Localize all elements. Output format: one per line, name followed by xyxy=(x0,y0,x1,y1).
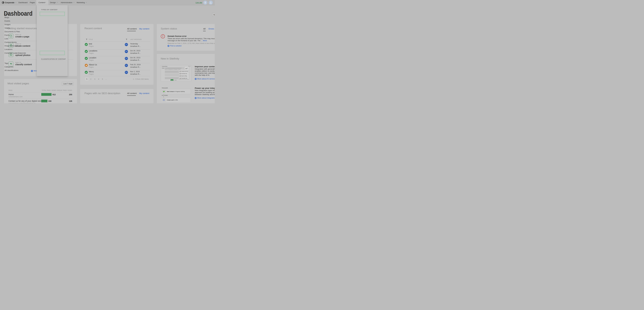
modified-author: Jonathan R... xyxy=(130,66,141,68)
arrow-right-circle-icon[interactable] xyxy=(168,45,169,47)
summarize-icon xyxy=(180,73,181,74)
filter-icon[interactable] xyxy=(86,39,88,40)
chevron-down-icon xyxy=(86,2,87,3)
howto-create-content-link[interactable]: create content xyxy=(15,45,30,47)
notifications-button[interactable] xyxy=(203,0,207,5)
arrow-right-circle-icon[interactable] xyxy=(31,70,33,72)
user-menu-button[interactable] xyxy=(209,0,213,5)
arrow-right-circle-icon[interactable] xyxy=(195,97,196,99)
user-icon xyxy=(209,0,213,5)
most-visited-page-link[interactable]: Home xyxy=(8,93,14,96)
classify-content-item[interactable] xyxy=(8,62,13,66)
toolbar-icons xyxy=(166,68,182,68)
language-badge: EN xyxy=(125,57,128,60)
pagination-page-3[interactable]: 3 xyxy=(94,78,95,80)
pagination-page-5[interactable]: 5 xyxy=(102,78,103,80)
content-item-type: Pages xyxy=(89,45,94,47)
published-status-icon xyxy=(85,71,88,74)
menu-item-image-carousel[interactable]: Image Carousel xyxy=(4,45,18,47)
menu-item-videos[interactable]: Videos xyxy=(4,27,10,29)
pagination-page-2[interactable]: 2 xyxy=(90,78,91,80)
nav-item-pages[interactable]: Pages xyxy=(30,0,35,5)
howto-create-page-link[interactable]: create a page xyxy=(15,35,29,38)
live-site-link[interactable]: Live site xyxy=(196,0,202,5)
ai-button-label: AI xyxy=(186,68,187,69)
menu-item-images[interactable]: Images xyxy=(4,23,10,25)
nav-item-dashboard[interactable]: Dashboard xyxy=(18,0,28,5)
trigger-text-bold: New Contact xyxy=(167,91,174,92)
thumb-save-button: Save xyxy=(170,79,174,81)
menu-item-news[interactable]: News xyxy=(4,13,9,15)
tab-errors[interactable]: Errors xyxy=(208,27,214,30)
most-visited-page-link[interactable]: Contact us for any of your digital needs xyxy=(8,100,43,102)
more-ai-services-link[interactable]: More about AI services xyxy=(197,78,215,80)
menu-item-blogs[interactable]: Blogs xyxy=(4,16,9,18)
tab-all[interactable]: All xyxy=(203,27,206,30)
menu-item-coriander-lane-corporate[interactable]: Coriander Lane Corporate xyxy=(4,52,26,54)
menu-item-all-classifications[interactable]: All classifications xyxy=(4,69,18,71)
content-item-link[interactable]: Locations xyxy=(89,50,97,52)
column-header-unique: UNIQUE PAGE VIEWS xyxy=(53,90,72,91)
integration-feature-text: New integration layer introducing a new xyxy=(195,89,215,91)
action-text-bold: Create Lead xyxy=(167,99,174,101)
new-item-button-partial[interactable]: N xyxy=(212,13,215,16)
ai-menu-item: Personalize text xyxy=(179,77,189,79)
alert-more-link[interactable]: More xyxy=(203,40,207,42)
thumb-paragraph xyxy=(165,71,178,73)
tab-underline xyxy=(127,31,136,31)
howto-classify-content-link[interactable]: classify content xyxy=(15,63,32,66)
content-item-link[interactable]: Location xyxy=(89,57,96,59)
howto-upload-photos-link[interactable]: upload photos xyxy=(15,54,30,56)
pagination-page-1[interactable]: 1 xyxy=(85,77,88,81)
alert-text-line: message on the frontend of your site. Th… xyxy=(168,40,207,42)
menu-item-forms[interactable]: Forms xyxy=(4,34,10,36)
ai-feature-thumbnail: Content block × Format AI How to Respond… xyxy=(161,65,191,81)
menu-item-tags[interactable]: Tags xyxy=(4,62,8,64)
nav-item-marketing[interactable]: Marketing xyxy=(77,0,87,5)
menu-item-content-blocks[interactable]: Content blocks xyxy=(4,41,17,43)
content-item-link[interactable]: About Us xyxy=(89,64,97,66)
more-integration-link[interactable]: More about integration automation xyxy=(197,97,215,99)
content-item-link[interactable]: Menu xyxy=(89,71,94,73)
nav-item-administration[interactable]: Administration xyxy=(61,0,74,5)
modified-date: Nov 2, 2023 xyxy=(130,71,140,73)
save-label: Save xyxy=(171,80,173,81)
ai-menu-item: Improve writing xyxy=(179,75,189,77)
crm-cloud-icon xyxy=(162,98,166,102)
close-icon: × xyxy=(190,65,190,67)
pagination-ellipsis[interactable]: ... xyxy=(105,78,107,80)
filter-icon[interactable] xyxy=(126,39,128,40)
arrow-right-circle-icon[interactable] xyxy=(195,78,196,80)
unique-views-value: 255 xyxy=(63,93,72,96)
integration-feature-heading: Power up your integrations xyxy=(195,87,215,89)
nav-item-content[interactable]: Content xyxy=(36,0,48,5)
system-status-title: System status xyxy=(161,27,177,30)
pagination-summary: 1 - 5 from 332 items xyxy=(123,78,149,80)
content-item-type: Pages xyxy=(89,59,94,61)
pagination-page-4[interactable]: 4 xyxy=(98,78,99,80)
date-range-select[interactable]: Last 7 days xyxy=(62,82,74,86)
tab-underline xyxy=(203,31,206,31)
menu-item-lists[interactable]: Lists xyxy=(4,38,8,40)
menu-item-documents-files[interactable]: Documents & Files xyxy=(4,30,20,33)
thumb-paragraph xyxy=(165,77,178,79)
find-solution-link[interactable]: Find a solution xyxy=(170,45,182,47)
tour-highlight-news xyxy=(40,12,65,16)
tab-all-content[interactable]: All content xyxy=(127,92,137,94)
ai-menu-label: Summarize text xyxy=(181,73,187,74)
content-item-link[interactable]: test xyxy=(89,43,92,45)
menu-item-locations[interactable]: Locations xyxy=(4,48,12,50)
nav-item-content-label: Content xyxy=(38,1,45,3)
alert-detected-info: Detected on Feb 2, 2024, 12:51 AM | Next… xyxy=(168,42,215,44)
error-icon xyxy=(161,34,165,38)
nav-item-design[interactable]: Design xyxy=(50,0,58,5)
tab-all-content[interactable]: All content xyxy=(127,27,137,30)
thumb-cancel-button: Cancel xyxy=(174,80,176,81)
tab-underline xyxy=(127,95,136,96)
tab-my-content[interactable]: My content xyxy=(139,92,149,94)
tab-my-content[interactable]: My content xyxy=(139,27,149,30)
site-selector[interactable]: Corporate xyxy=(5,0,16,5)
menu-item-events[interactable]: Events xyxy=(4,20,10,22)
personalize-icon xyxy=(180,78,181,79)
menu-item-categories[interactable]: Categories xyxy=(4,66,14,68)
